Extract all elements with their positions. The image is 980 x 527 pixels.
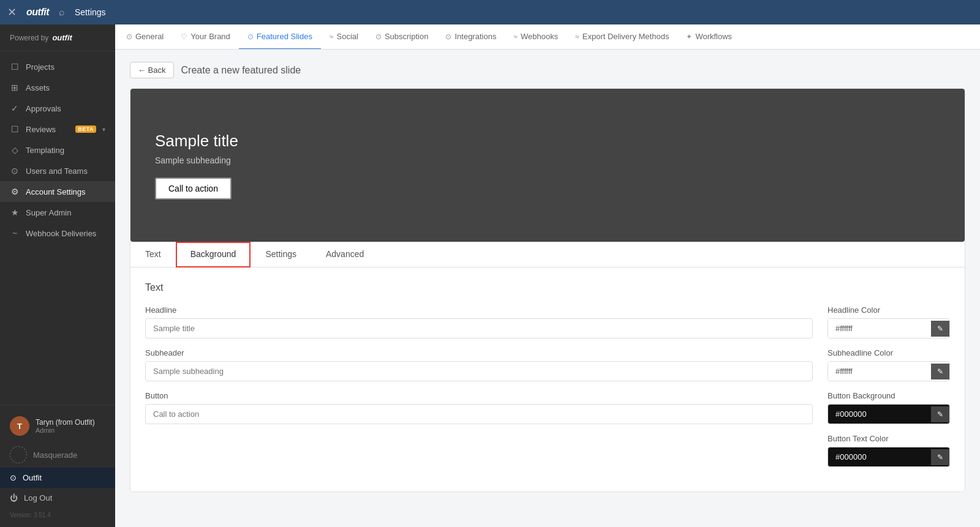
form-group-headline: Headline bbox=[145, 305, 813, 338]
tab-general[interactable]: ⊙ General bbox=[118, 24, 172, 50]
user-role: Admin bbox=[36, 427, 95, 434]
headline-label: Headline bbox=[145, 305, 813, 315]
logo-text: outfit bbox=[26, 7, 49, 18]
button-background-wrapper: #000000 ✎ bbox=[827, 404, 950, 424]
button-input[interactable] bbox=[145, 404, 813, 424]
search-icon[interactable]: ⌕ bbox=[59, 7, 65, 18]
workflows-tab-icon: ✦ bbox=[686, 32, 692, 41]
sidebar-logo: outfit bbox=[52, 33, 72, 42]
sidebar-label: Account Settings bbox=[26, 187, 105, 196]
sidebar-item-approvals[interactable]: ✓ Approvals bbox=[0, 98, 115, 119]
logout-icon: ⏻ bbox=[10, 493, 18, 503]
sub-tab-text[interactable]: Text bbox=[130, 242, 176, 267]
tab-workflows[interactable]: ✦ Workflows bbox=[677, 24, 741, 50]
sub-tab-background-label: Background bbox=[190, 249, 236, 259]
sidebar-item-templating[interactable]: ◇ Templating bbox=[0, 140, 115, 160]
tab-webhooks[interactable]: ≈ Webhooks bbox=[505, 24, 567, 50]
sub-tab-advanced[interactable]: Advanced bbox=[311, 242, 379, 267]
sidebar-item-reviews[interactable]: ☐ Reviews BETA ▾ bbox=[0, 119, 115, 140]
button-background-value: #000000 bbox=[828, 405, 931, 424]
subheadline-color-edit-button[interactable]: ✎ bbox=[931, 364, 949, 379]
outfit-icon: ⊙ bbox=[10, 473, 17, 482]
tab-label: Featured Slides bbox=[257, 32, 312, 41]
tab-label: Your Brand bbox=[190, 32, 230, 41]
preview-cta-button[interactable]: Call to action bbox=[155, 178, 232, 200]
templating-icon: ◇ bbox=[10, 145, 20, 155]
back-button[interactable]: ← Back bbox=[130, 62, 174, 78]
button-text-color-wrapper: #000000 ✎ bbox=[827, 447, 950, 467]
sidebar: Powered by outfit ☐ Projects ⊞ Assets ✓ … bbox=[0, 24, 115, 527]
tab-export-delivery[interactable]: ≈ Export Delivery Methods bbox=[567, 24, 677, 50]
tab-label: Subscription bbox=[385, 32, 429, 41]
avatar: T bbox=[10, 416, 29, 436]
reviews-icon: ☐ bbox=[10, 124, 20, 134]
sub-tab-text-label: Text bbox=[145, 249, 161, 259]
tab-social[interactable]: ≈ Social bbox=[321, 24, 367, 50]
sidebar-item-webhook-deliveries[interactable]: ~ Webhook Deliveries bbox=[0, 223, 115, 244]
close-icon[interactable]: ✕ bbox=[7, 6, 17, 19]
tab-integrations[interactable]: ⊙ Integrations bbox=[437, 24, 505, 50]
social-tab-icon: ≈ bbox=[330, 32, 334, 41]
sub-tab-settings-label: Settings bbox=[265, 249, 296, 259]
form-group-subheader: Subheader bbox=[145, 348, 813, 381]
button-background-edit-button[interactable]: ✎ bbox=[931, 406, 949, 422]
preview-title: Sample title bbox=[155, 132, 940, 151]
subheadline-color-label: Subheadline Color bbox=[827, 348, 950, 357]
sidebar-label: Templating bbox=[26, 146, 105, 155]
star-icon: ★ bbox=[10, 207, 20, 217]
tab-label: Social bbox=[336, 32, 358, 41]
sub-tab-settings[interactable]: Settings bbox=[251, 242, 311, 267]
top-bar-title: Settings bbox=[75, 7, 106, 17]
content-area: ⊙ General ♡ Your Brand ⊙ Featured Slides… bbox=[115, 24, 980, 527]
sidebar-item-super-admin[interactable]: ★ Super Admin bbox=[0, 202, 115, 223]
button-text-color-value: #000000 bbox=[828, 447, 931, 466]
sidebar-item-outfit[interactable]: ⊙ Outfit bbox=[0, 468, 115, 488]
form-group-subheadline-color: Subheadline Color #ffffff ✎ bbox=[827, 348, 950, 381]
sidebar-label: Webhook Deliveries bbox=[26, 229, 105, 238]
user-info: T Taryn (from Outfit) Admin bbox=[0, 410, 115, 442]
approvals-icon: ✓ bbox=[10, 103, 20, 113]
button-background-label: Button Background bbox=[827, 391, 950, 400]
tab-label: General bbox=[135, 32, 164, 41]
slide-preview: Sample title Sample subheading Call to a… bbox=[130, 89, 965, 242]
sub-tab-advanced-label: Advanced bbox=[326, 249, 364, 259]
sidebar-powered: Powered by outfit bbox=[0, 24, 115, 51]
beta-badge: BETA bbox=[75, 125, 96, 133]
version-text: Version: 3.51.4 bbox=[0, 508, 115, 522]
sidebar-item-users-teams[interactable]: ⊙ Users and Teams bbox=[0, 160, 115, 181]
tab-featured-slides[interactable]: ⊙ Featured Slides bbox=[239, 24, 321, 50]
page-content: ← Back Create a new featured slide Sampl… bbox=[115, 50, 980, 527]
headline-color-wrapper: #ffffff ✎ bbox=[827, 318, 950, 338]
sidebar-item-account-settings[interactable]: ⚙ Account Settings bbox=[0, 181, 115, 202]
sidebar-item-projects[interactable]: ☐ Projects bbox=[0, 56, 115, 77]
export-tab-icon: ≈ bbox=[575, 32, 579, 41]
sidebar-item-assets[interactable]: ⊞ Assets bbox=[0, 77, 115, 98]
app-logo: outfit bbox=[26, 7, 49, 18]
tab-label: Workflows bbox=[695, 32, 732, 41]
webhook-icon: ~ bbox=[10, 228, 20, 238]
form-row-button: Button Button Background #000000 ✎ bbox=[145, 391, 950, 424]
settings-icon: ⚙ bbox=[10, 187, 20, 196]
subheader-label: Subheader bbox=[145, 348, 813, 357]
user-details: Taryn (from Outfit) Admin bbox=[36, 418, 95, 434]
form-section-title: Text bbox=[145, 282, 950, 293]
top-bar: ✕ outfit ⌕ Settings bbox=[0, 0, 980, 24]
subheadline-color-wrapper: #ffffff ✎ bbox=[827, 361, 950, 381]
masquerade-item[interactable]: Masquerade bbox=[0, 442, 115, 468]
sub-tab-background[interactable]: Background bbox=[176, 242, 251, 267]
button-label: Button bbox=[145, 391, 813, 400]
tab-subscription[interactable]: ⊙ Subscription bbox=[367, 24, 437, 50]
subheader-input[interactable] bbox=[145, 361, 813, 381]
button-text-color-label: Button Text Color bbox=[827, 434, 950, 443]
page-title: Create a new featured slide bbox=[181, 65, 301, 76]
tab-your-brand[interactable]: ♡ Your Brand bbox=[172, 24, 239, 50]
headline-input[interactable] bbox=[145, 318, 813, 338]
form-group-button-text-color: Button Text Color #000000 ✎ bbox=[827, 434, 950, 467]
sidebar-label: Assets bbox=[26, 83, 105, 92]
headline-color-edit-button[interactable]: ✎ bbox=[931, 321, 949, 337]
integrations-tab-icon: ⊙ bbox=[445, 32, 451, 41]
tab-label: Integrations bbox=[454, 32, 496, 41]
sidebar-label: Reviews bbox=[26, 125, 69, 134]
sidebar-item-logout[interactable]: ⏻ Log Out bbox=[0, 488, 115, 508]
button-text-color-edit-button[interactable]: ✎ bbox=[931, 449, 949, 465]
